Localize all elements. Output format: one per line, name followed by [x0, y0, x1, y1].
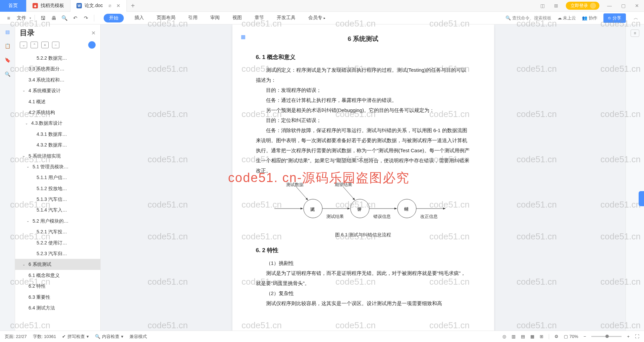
toc-list[interactable]: 5.2.2 数据完…3.3 系统界面分…3.4 系统流程和…⌄4 系统概要设计4…	[15, 52, 100, 331]
undo-icon[interactable]: ↶	[70, 13, 80, 23]
collab-button[interactable]: 👥 协作	[582, 15, 597, 21]
sidebar-toc: 目录 ✕ ⌄ ⌃ + − 5.2.2 数据完…3.3 系统界面分…3.4 系统流…	[15, 24, 101, 331]
toc-item[interactable]: ⌄4.3.数据库设计	[15, 118, 100, 128]
dia-label: 测试数据	[286, 182, 304, 188]
page-indicator[interactable]: 页面: 22/27	[5, 334, 27, 340]
toc-item[interactable]: 4.3.1 数据库…	[15, 129, 100, 139]
statusbar: 页面: 22/27 字数: 10361 ✔ 拼写检查 ▾ 🔍 内容检查 ▾ 兼容…	[0, 331, 644, 342]
toc-item[interactable]: 5.1.1 用户信…	[15, 172, 100, 183]
toc-item[interactable]: 5.1.4 汽车入…	[15, 205, 100, 215]
ribbon-menu: 开始 插入 页面布局 引用 审阅 视图 章节 开发工具 会员专 ▸	[104, 14, 327, 22]
menu-review[interactable]: 审阅	[208, 14, 222, 22]
outline-icon[interactable]: ▤	[4, 28, 11, 35]
ai-badge-icon[interactable]	[88, 41, 96, 49]
paragraph: 目的：发现程序的错误；	[256, 85, 471, 95]
menu-chapter[interactable]: 章节	[253, 14, 266, 22]
toc-item[interactable]: 5.1.3 汽车信…	[15, 194, 100, 205]
toc-item[interactable]: 5.2.2 使用订…	[15, 237, 100, 248]
word-count[interactable]: 字数: 10361	[33, 334, 56, 340]
cloud-status[interactable]: ☁ 未上云	[557, 15, 576, 21]
zoom-in-icon[interactable]: +	[627, 334, 630, 339]
view-web-icon[interactable]: ▤	[521, 334, 525, 339]
toc-item[interactable]: ⌄6 系统测试	[15, 259, 100, 270]
toc-item[interactable]: 4.2 系统结构	[15, 107, 100, 118]
login-button[interactable]: 立即登录	[566, 2, 599, 10]
toc-item[interactable]: 4.1 概述	[15, 96, 100, 107]
toc-item[interactable]: 5.2.1 汽车投…	[15, 226, 100, 237]
view-read-icon[interactable]: ⊞	[540, 334, 543, 339]
toc-item[interactable]: 6.4 测试方法	[15, 302, 100, 313]
compat-mode[interactable]: 兼容模式	[129, 334, 147, 340]
toc-item[interactable]: 6.2 特性	[15, 281, 100, 291]
tab-document[interactable]: W 论文.doc ⎚ ✕	[70, 0, 127, 12]
document-area[interactable]: ▦ 6 系统测试 6. 1 概念和意义 测试的定义：程序测试是为了发现错误而执行…	[101, 24, 626, 331]
toc-item[interactable]: ⌄4 系统概要设计	[15, 85, 100, 96]
add-level-icon[interactable]: +	[41, 42, 49, 48]
view-outline-icon[interactable]: ▦	[530, 334, 534, 339]
wps-doc-icon: W	[76, 3, 82, 8]
search-commands[interactable]: 🔍 查找命令、搜索模板	[505, 15, 551, 21]
menu-view[interactable]: 视图	[230, 14, 244, 22]
toc-item[interactable]: 6.3 重要性	[15, 292, 100, 302]
cast-icon[interactable]: ⎚	[109, 3, 111, 8]
expand-all-icon[interactable]: ⌃	[31, 42, 38, 48]
view-print-icon[interactable]: ▥	[512, 334, 516, 339]
heading-2b: 6. 2 特性	[256, 246, 471, 254]
spellcheck-button[interactable]: ✔ 拼写检查 ▾	[62, 334, 89, 340]
minimize-icon[interactable]: —	[605, 3, 613, 8]
close-window-icon[interactable]: ✕	[633, 3, 641, 8]
remove-level-icon[interactable]: −	[52, 42, 59, 48]
apps-icon[interactable]: ⊞	[552, 3, 560, 8]
maximize-icon[interactable]: ▢	[620, 3, 627, 8]
toc-item[interactable]: ⌄5 系统详细实现	[15, 151, 100, 161]
menu-layout[interactable]: 页面布局	[155, 14, 177, 22]
toc-item[interactable]: 6.1 概念和意义	[15, 270, 100, 281]
target-icon[interactable]: ◎	[502, 334, 506, 339]
close-icon[interactable]: ✕	[116, 3, 120, 8]
menu-devtools[interactable]: 开发工具	[275, 14, 298, 22]
clipboard-icon[interactable]: 📋	[4, 43, 11, 49]
search-rail-icon[interactable]: 🔍	[4, 71, 11, 77]
menu-reference[interactable]: 引用	[186, 14, 200, 22]
menu-insert[interactable]: 插入	[132, 14, 146, 22]
file-menu[interactable]: 文件	[17, 15, 26, 21]
print-icon[interactable]: 🖶	[49, 13, 58, 23]
ribbon-collapse-icon[interactable]: ︿	[632, 15, 640, 21]
menu-icon[interactable]: ≡	[4, 13, 13, 23]
zoom-slider[interactable]	[591, 336, 622, 337]
preview-icon[interactable]: 🔍	[60, 13, 69, 23]
zoom-label[interactable]: ▢ 70%	[564, 334, 578, 339]
tab-home-label: 首页	[8, 3, 18, 9]
share-button[interactable]: ⎋ 分享	[603, 13, 626, 23]
toc-item[interactable]: 5.2.2 数据完…	[15, 53, 100, 63]
sidebar-close-icon[interactable]: ✕	[91, 30, 96, 36]
redo-icon[interactable]: ↷	[81, 13, 91, 23]
collapse-all-icon[interactable]: ⌄	[20, 42, 27, 48]
login-label: 立即登录	[571, 3, 588, 9]
layout-icon[interactable]: ◫	[539, 3, 546, 8]
menu-start[interactable]: 开始	[104, 14, 124, 22]
svg-line-8	[343, 187, 355, 200]
content-check-button[interactable]: 🔍 内容检查 ▾	[95, 334, 123, 340]
fullscreen-icon[interactable]: ⛶	[635, 334, 639, 339]
toc-item[interactable]: 3.4 系统流程和…	[15, 74, 100, 85]
paragraph: 目的：定位和纠正错误；	[256, 115, 471, 125]
edge-handle[interactable]	[639, 191, 644, 206]
save-icon[interactable]: 🖫	[38, 13, 48, 23]
tab-templates[interactable]: ◆ 找稻壳模板	[26, 0, 70, 12]
toc-item[interactable]: 3.3 系统界面分…	[15, 63, 100, 74]
svg-point-2	[397, 199, 416, 218]
toc-item[interactable]: 5.2.3 汽车归…	[15, 248, 100, 259]
toc-item[interactable]: ⌄5.1 管理员模块…	[15, 161, 100, 172]
heading-1: 6 系统测试	[256, 35, 471, 43]
zoom-out-icon[interactable]: −	[584, 334, 586, 339]
bookmark-icon[interactable]: 🔖	[4, 57, 11, 63]
toc-item[interactable]: 4.3.2 数据库…	[15, 139, 100, 150]
toc-item[interactable]: 5.1.2 投放地…	[15, 183, 100, 194]
toc-item[interactable]: ⌄5.2 用户模块的…	[15, 216, 100, 226]
panel-toggle-icon[interactable]: ≡	[631, 30, 639, 37]
settings-icon[interactable]: ⚙	[554, 334, 558, 339]
tab-home[interactable]: 首页	[0, 0, 26, 12]
menu-member[interactable]: 会员专 ▸	[306, 14, 327, 22]
new-tab-button[interactable]: +	[127, 2, 139, 10]
